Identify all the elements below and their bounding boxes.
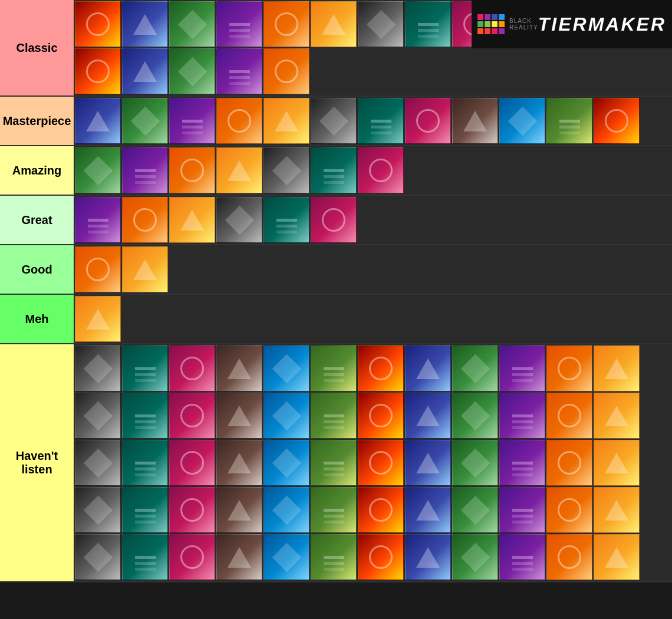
album-thumb[interactable] <box>75 534 121 580</box>
album-thumb[interactable] <box>405 345 451 391</box>
album-thumb[interactable] <box>263 345 309 391</box>
album-thumb[interactable] <box>169 345 215 391</box>
album-thumb[interactable] <box>499 440 545 486</box>
album-thumb[interactable] <box>263 48 309 94</box>
album-thumb[interactable] <box>75 197 121 243</box>
album-thumb[interactable] <box>169 534 215 580</box>
album-thumb[interactable] <box>452 487 498 533</box>
album-thumb[interactable] <box>405 534 451 580</box>
album-thumb[interactable] <box>263 147 309 193</box>
album-thumb[interactable] <box>546 487 592 533</box>
album-thumb[interactable] <box>263 440 309 486</box>
album-thumb[interactable] <box>216 147 262 193</box>
album-thumb[interactable] <box>546 98 592 144</box>
album-thumb[interactable] <box>594 487 640 533</box>
album-thumb[interactable] <box>499 534 545 580</box>
album-thumb[interactable] <box>499 98 545 144</box>
album-thumb[interactable] <box>311 440 357 486</box>
album-thumb[interactable] <box>499 345 545 391</box>
album-thumb[interactable] <box>452 345 498 391</box>
album-thumb[interactable] <box>405 440 451 486</box>
album-thumb[interactable] <box>169 48 215 94</box>
album-thumb[interactable] <box>75 440 121 486</box>
album-thumb[interactable] <box>122 440 168 486</box>
album-thumb[interactable] <box>169 440 215 486</box>
album-thumb[interactable] <box>405 393 451 439</box>
album-thumb[interactable] <box>216 440 262 486</box>
album-thumb[interactable] <box>122 534 168 580</box>
album-thumb[interactable] <box>216 534 262 580</box>
album-thumb[interactable] <box>311 197 357 243</box>
album-thumb[interactable] <box>122 393 168 439</box>
album-thumb[interactable] <box>75 147 121 193</box>
album-thumb[interactable] <box>499 393 545 439</box>
album-thumb[interactable] <box>546 534 592 580</box>
album-thumb[interactable] <box>75 1 121 47</box>
album-thumb[interactable] <box>122 246 168 292</box>
album-thumb[interactable] <box>122 197 168 243</box>
album-thumb[interactable] <box>216 393 262 439</box>
album-thumb[interactable] <box>263 1 309 47</box>
album-thumb[interactable] <box>216 345 262 391</box>
album-thumb[interactable] <box>358 98 404 144</box>
album-thumb[interactable] <box>594 393 640 439</box>
album-thumb[interactable] <box>169 197 215 243</box>
album-thumb[interactable] <box>594 345 640 391</box>
album-thumb[interactable] <box>358 345 404 391</box>
album-thumb[interactable] <box>169 147 215 193</box>
album-thumb[interactable] <box>75 246 121 292</box>
album-thumb[interactable] <box>311 1 357 47</box>
album-thumb[interactable] <box>263 534 309 580</box>
album-thumb[interactable] <box>594 440 640 486</box>
album-thumb[interactable] <box>358 147 404 193</box>
album-thumb[interactable] <box>169 487 215 533</box>
album-thumb[interactable] <box>311 98 357 144</box>
album-thumb[interactable] <box>263 98 309 144</box>
album-thumb[interactable] <box>452 440 498 486</box>
album-thumb[interactable] <box>75 296 121 342</box>
album-thumb[interactable] <box>405 1 451 47</box>
album-thumb[interactable] <box>122 48 168 94</box>
album-thumb[interactable] <box>169 1 215 47</box>
album-thumb[interactable] <box>311 487 357 533</box>
album-thumb[interactable] <box>122 1 168 47</box>
album-thumb[interactable] <box>405 98 451 144</box>
album-thumb[interactable] <box>122 345 168 391</box>
album-thumb[interactable] <box>75 487 121 533</box>
album-thumb[interactable] <box>169 98 215 144</box>
album-thumb[interactable] <box>452 534 498 580</box>
album-thumb[interactable] <box>405 487 451 533</box>
album-thumb[interactable] <box>216 98 262 144</box>
album-thumb[interactable] <box>263 487 309 533</box>
album-thumb[interactable] <box>594 98 640 144</box>
album-thumb[interactable] <box>311 393 357 439</box>
album-thumb[interactable] <box>216 197 262 243</box>
album-thumb[interactable] <box>311 345 357 391</box>
album-thumb[interactable] <box>358 1 404 47</box>
album-thumb[interactable] <box>122 147 168 193</box>
album-thumb[interactable] <box>452 393 498 439</box>
album-thumb[interactable] <box>499 487 545 533</box>
album-thumb[interactable] <box>311 534 357 580</box>
album-thumb[interactable] <box>216 487 262 533</box>
album-thumb[interactable] <box>263 393 309 439</box>
album-thumb[interactable] <box>452 98 498 144</box>
album-thumb[interactable] <box>546 345 592 391</box>
album-thumb[interactable] <box>263 197 309 243</box>
album-thumb[interactable] <box>358 393 404 439</box>
album-thumb[interactable] <box>358 534 404 580</box>
album-thumb[interactable] <box>594 534 640 580</box>
album-thumb[interactable] <box>75 48 121 94</box>
album-thumb[interactable] <box>358 487 404 533</box>
album-thumb[interactable] <box>169 393 215 439</box>
album-thumb[interactable] <box>75 393 121 439</box>
album-thumb[interactable] <box>216 1 262 47</box>
album-thumb[interactable] <box>546 440 592 486</box>
album-thumb[interactable] <box>122 487 168 533</box>
album-thumb[interactable] <box>311 147 357 193</box>
album-thumb[interactable] <box>358 440 404 486</box>
album-thumb[interactable] <box>122 98 168 144</box>
album-thumb[interactable] <box>75 98 121 144</box>
album-thumb[interactable] <box>75 345 121 391</box>
album-thumb[interactable] <box>216 48 262 94</box>
